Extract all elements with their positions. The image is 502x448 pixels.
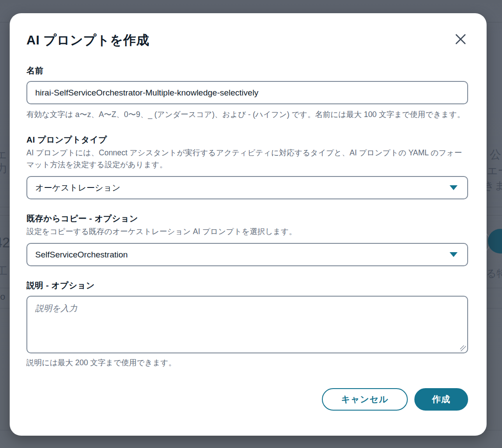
background-text-fragment: エ [0, 148, 7, 162]
copy-from-field-group: 既存からコピー - オプション 設定をコピーする既存のオーケストレーション AI… [26, 213, 468, 266]
prompt-type-select[interactable]: オーケストレーション [26, 176, 468, 199]
copy-from-description: 設定をコピーする既存のオーケストレーション AI プロンプトを選択します。 [26, 226, 468, 238]
background-text-fragment: エー [487, 164, 502, 178]
name-helper-text: 有効な文字は a〜z、A〜Z、0〜9、_ (アンダースコア)、および - (ハイ… [26, 109, 468, 121]
background-text-fragment: 公 [490, 147, 501, 162]
dialog-title: AI プロンプトを作成 [26, 26, 149, 49]
prompt-type-selected-value: オーケストレーション [35, 182, 121, 194]
background-text-fragment: vio [0, 291, 5, 302]
close-icon[interactable] [451, 30, 470, 48]
background-text-fragment: 工 [0, 264, 7, 278]
copy-from-label: 既存からコピー - オプション [26, 213, 468, 224]
background-text-fragment: 42 [0, 235, 10, 251]
dialog-header: AI プロンプトを作成 [26, 26, 468, 49]
create-button[interactable]: 作成 [414, 388, 468, 411]
name-input[interactable] [26, 81, 468, 104]
cancel-button[interactable]: キャンセル [322, 388, 408, 411]
copy-from-select[interactable]: SelfServiceOrchestration [26, 243, 468, 266]
background-text-fragment: る特 [486, 267, 502, 280]
description-field-group: 説明 - オプション 説明には最大 200 文字まで使用できます。 [26, 280, 468, 369]
background-text-fragment: 力 [0, 161, 7, 176]
chevron-down-icon [450, 185, 458, 190]
chevron-down-icon [450, 252, 458, 257]
description-textarea[interactable] [26, 296, 468, 353]
background-circle-filled [488, 229, 502, 253]
name-field-group: 名前 有効な文字は a〜z、A〜Z、0〜9、_ (アンダースコア)、および - … [26, 65, 468, 121]
description-label: 説明 - オプション [26, 280, 468, 291]
dialog-footer: キャンセル 作成 [26, 388, 468, 411]
copy-from-selected-value: SelfServiceOrchestration [35, 250, 128, 260]
description-textarea-wrap [26, 296, 468, 353]
prompt-type-field-group: AI プロンプトタイプ AI プロンプトには、Connect アシスタントが実行… [26, 134, 468, 199]
create-ai-prompt-dialog: AI プロンプトを作成 名前 有効な文字は a〜z、A〜Z、0〜9、_ (アンダ… [10, 13, 487, 436]
prompt-type-label: AI プロンプトタイプ [26, 134, 468, 146]
name-label: 名前 [26, 65, 468, 77]
description-helper-text: 説明には最大 200 文字まで使用できます。 [26, 357, 468, 369]
prompt-type-description: AI プロンプトには、Connect アシスタントが実行するアクティビティに対応… [26, 147, 468, 171]
